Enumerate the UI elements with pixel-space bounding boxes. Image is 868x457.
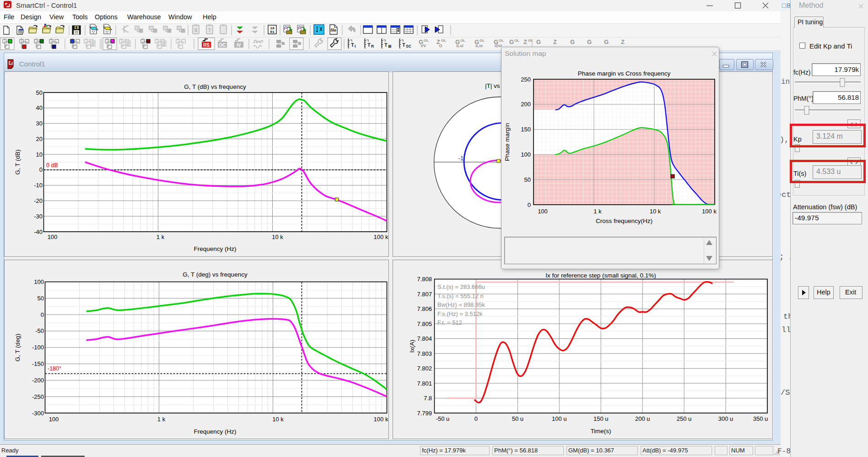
- svg-text:Phase margin vs Cross frequenc: Phase margin vs Cross frequency: [578, 70, 671, 77]
- svg-text:100 k: 100 k: [702, 208, 717, 215]
- svg-text:200: 200: [521, 101, 531, 108]
- svg-text:50: 50: [524, 176, 531, 183]
- svg-text:250: 250: [521, 76, 531, 83]
- svg-text:0: 0: [528, 201, 531, 208]
- svg-text:100: 100: [538, 208, 548, 215]
- svg-text:Phase margin: Phase margin: [504, 123, 511, 161]
- svg-text:150: 150: [521, 126, 531, 133]
- svg-text:Cross frequency(Hz): Cross frequency(Hz): [596, 218, 652, 224]
- svg-text:100: 100: [521, 151, 531, 158]
- svg-text:10 k: 10 k: [650, 208, 661, 215]
- svg-text:1 k: 1 k: [593, 208, 602, 215]
